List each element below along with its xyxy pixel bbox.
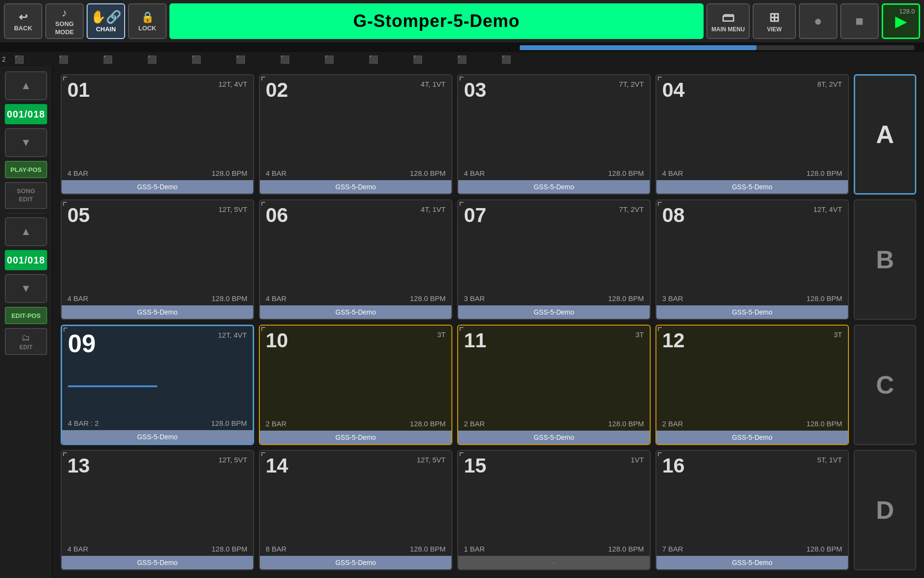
corner-mark xyxy=(261,77,265,80)
pattern-info: 4 BAR : 2128.0 BPM xyxy=(68,419,247,427)
pattern-tracks: 12T, 5VT xyxy=(417,456,446,464)
pattern-cell-16[interactable]: 165T, 1VT7 BAR128.0 BPMGSS-5-Demo xyxy=(655,450,849,570)
pattern-bars: 4 BAR xyxy=(67,169,88,177)
pattern-number: 03 xyxy=(464,80,644,100)
pattern-bpm: 128.0 BPM xyxy=(212,294,247,302)
group-label-b[interactable]: B xyxy=(854,199,916,320)
edit-pos-up-button[interactable]: ▲ xyxy=(5,217,47,246)
song-mode-button[interactable]: ♪ SONG MODE xyxy=(45,3,84,39)
pattern-progress xyxy=(68,385,157,387)
pattern-cell-06[interactable]: 064T, 1VT4 BAR128.0 BPMGSS-5-Demo xyxy=(259,199,452,320)
corner-mark xyxy=(460,202,463,206)
pattern-name: GSS-5-Demo xyxy=(260,431,451,444)
back-button[interactable]: ↩ BACK xyxy=(4,3,42,39)
group-label-c[interactable]: C xyxy=(854,325,916,445)
track-indicator: ⬛ xyxy=(413,55,423,64)
pattern-tracks: 3T xyxy=(635,330,644,339)
record-button[interactable]: ● xyxy=(799,3,837,39)
pattern-cell-11[interactable]: 113T2 BAR128.0 BPMGSS-5-Demo xyxy=(457,325,651,445)
pattern-cell-02[interactable]: 024T, 1VT4 BAR128.0 BPMGSS-5-Demo xyxy=(259,74,452,195)
song-name-display: G-Stomper-5-Demo xyxy=(169,3,704,39)
main-menu-button[interactable]: 🗃 MAIN MENU xyxy=(706,3,750,39)
group-label-a[interactable]: A xyxy=(854,74,916,195)
pattern-tracks: 12T, 4VT xyxy=(218,331,247,339)
progress-bar-row xyxy=(0,43,924,52)
pattern-bars: 4 BAR xyxy=(266,294,286,302)
pattern-tracks: 5T, 1VT xyxy=(817,456,842,464)
play-pos-up-button[interactable]: ▲ xyxy=(5,71,47,100)
song-icon: ♪ xyxy=(62,7,67,19)
song-edit-button[interactable]: SONG EDIT xyxy=(5,182,47,209)
group-label-d[interactable]: D xyxy=(854,450,916,570)
pattern-bars: 4 BAR xyxy=(464,169,485,177)
pattern-name: GSS-5-Demo xyxy=(656,305,848,319)
pattern-info: 1 BAR128.0 BPM xyxy=(464,545,644,553)
pattern-tracks: 12T, 4VT xyxy=(218,80,247,88)
lock-button[interactable]: 🔒 LOCK xyxy=(128,3,167,39)
play-pos-button[interactable]: PLAY-POS xyxy=(5,161,47,178)
pattern-info: 3 BAR128.0 BPM xyxy=(464,294,644,302)
pattern-bars: 7 BAR xyxy=(662,545,683,553)
pattern-bars: 2 BAR xyxy=(662,420,683,428)
pattern-name: GSS-5-Demo xyxy=(260,305,451,319)
main-area: ▲ 001/018 ▼ PLAY-POS SONG EDIT ▲ 001/018 xyxy=(0,66,924,578)
pattern-cell-12[interactable]: 123T2 BAR128.0 BPMGSS-5-Demo xyxy=(655,325,849,445)
pattern-cell-05[interactable]: 0512T, 5VT4 BAR128.0 BPMGSS-5-Demo xyxy=(61,199,254,320)
pattern-tracks: 7T, 2VT xyxy=(619,80,644,88)
pattern-cell-15[interactable]: 151VT1 BAR128.0 BPM- xyxy=(457,450,651,570)
pattern-info: 4 BAR128.0 BPM xyxy=(266,294,446,302)
edit-button[interactable]: 🗂 EDIT xyxy=(5,328,47,355)
pattern-bpm: 128.0 BPM xyxy=(410,545,446,553)
pattern-bpm: 128.0 BPM xyxy=(608,545,644,553)
view-button[interactable]: ⊞ VIEW xyxy=(753,3,796,39)
pattern-name: GSS-5-Demo xyxy=(458,431,650,444)
play-pos-down-button[interactable]: ▼ xyxy=(5,128,47,157)
pattern-name: GSS-5-Demo xyxy=(62,556,253,569)
pattern-info: 2 BAR128.0 BPM xyxy=(266,420,446,428)
pattern-name: GSS-5-Demo xyxy=(260,556,451,569)
pattern-info: 3 BAR128.0 BPM xyxy=(662,294,842,302)
pattern-info: 4 BAR128.0 BPM xyxy=(266,169,446,177)
pattern-cell-04[interactable]: 048T, 2VT4 BAR128.0 BPMGSS-5-Demo xyxy=(655,74,849,195)
track-indicator: ⬛ xyxy=(501,55,511,64)
pattern-bpm: 128.0 BPM xyxy=(410,169,446,177)
stop-button[interactable]: ■ xyxy=(840,3,879,39)
edit-pos-down-button[interactable]: ▼ xyxy=(5,274,47,303)
pattern-name: GSS-5-Demo xyxy=(656,180,848,194)
play-counter: 001/018 xyxy=(5,104,47,124)
pattern-bars: 4 BAR xyxy=(662,169,683,177)
pattern-cell-09[interactable]: 0912T, 4VT4 BAR : 2128.0 BPMGSS-5-Demo xyxy=(61,325,254,445)
sidebar: ▲ 001/018 ▼ PLAY-POS SONG EDIT ▲ 001/018 xyxy=(0,66,53,578)
track-indicator: ⬛ xyxy=(59,55,68,64)
pattern-cell-08[interactable]: 0812T, 4VT3 BAR128.0 BPMGSS-5-Demo xyxy=(655,199,849,320)
pattern-bpm: 128.0 BPM xyxy=(807,169,842,177)
pattern-bpm: 128.0 BPM xyxy=(410,294,446,302)
corner-mark xyxy=(658,327,662,331)
pattern-cell-07[interactable]: 077T, 2VT3 BAR128.0 BPMGSS-5-Demo xyxy=(457,199,651,320)
pattern-cell-01[interactable]: 0112T, 4VT4 BAR128.0 BPMGSS-5-Demo xyxy=(61,74,254,195)
edit-pos-button[interactable]: EDIT-POS xyxy=(5,307,47,324)
pattern-bpm: 128.0 BPM xyxy=(608,420,644,428)
pattern-bars: 3 BAR xyxy=(662,294,683,302)
pattern-number: 10 xyxy=(266,330,446,351)
pattern-cell-03[interactable]: 037T, 2VT4 BAR128.0 BPMGSS-5-Demo xyxy=(457,74,651,195)
pattern-name: GSS-5-Demo xyxy=(62,305,253,319)
pattern-bpm: 128.0 BPM xyxy=(807,545,842,553)
pattern-name: GSS-5-Demo xyxy=(656,431,848,444)
pattern-cell-10[interactable]: 103T2 BAR128.0 BPMGSS-5-Demo xyxy=(259,325,452,445)
track-indicator: ⬛ xyxy=(103,55,113,64)
chain-button[interactable]: ✋🔗 CHAIN xyxy=(87,3,125,39)
track-indicator: ⬛ xyxy=(369,55,378,64)
corner-mark xyxy=(658,202,662,206)
lock-icon: 🔒 xyxy=(141,11,154,24)
pattern-cell-14[interactable]: 1412T, 5VT8 BAR128.0 BPMGSS-5-Demo xyxy=(259,450,452,570)
play-button[interactable]: 128.0 ▶ xyxy=(882,3,920,39)
corner-mark xyxy=(658,77,662,80)
pattern-info: 4 BAR128.0 BPM xyxy=(662,169,842,177)
pattern-bars: 2 BAR xyxy=(464,420,485,428)
pattern-tracks: 1VT xyxy=(630,456,644,464)
pattern-cell-13[interactable]: 1312T, 5VT4 BAR128.0 BPMGSS-5-Demo xyxy=(61,450,254,570)
track-indicator: ⬛ xyxy=(280,55,290,64)
pattern-bars: 4 BAR xyxy=(266,169,286,177)
corner-mark xyxy=(261,327,265,331)
